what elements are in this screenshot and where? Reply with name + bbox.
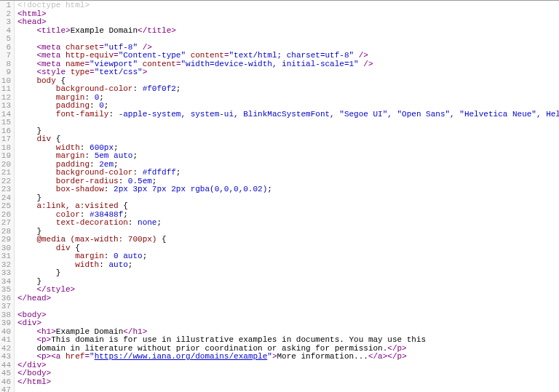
line-number: 41 [0,336,14,345]
code-line[interactable]: } [17,127,559,136]
code-line[interactable]: font-family: -apple-system, system-ui, B… [17,111,559,119]
code-editor-content[interactable]: <!doctype html><html><head> <title>Examp… [15,1,559,392]
line-number: 29 [0,236,14,244]
line-number: 31 [0,252,14,261]
code-line[interactable]: @media (max-width: 700px) { [17,236,559,244]
code-line[interactable]: } [17,278,559,287]
code-line[interactable]: <!doctype html> [17,1,559,10]
code-line[interactable]: </html> [17,378,559,387]
code-line[interactable]: <title>Example Domain</title> [17,27,559,36]
line-number: 43 [0,353,14,361]
code-line[interactable]: </div> [17,361,559,370]
code-line[interactable] [17,386,559,392]
code-line[interactable]: <style type="text/css"> [17,68,559,77]
code-line[interactable]: width: auto; [17,261,559,270]
line-number: 15 [0,119,14,127]
line-number: 19 [0,152,14,161]
code-line[interactable]: <body> [17,311,559,320]
line-number: 13 [0,102,14,111]
line-number-gutter: 1234567891011121314151617181920212223242… [0,1,15,392]
code-line[interactable]: </style> [17,286,559,295]
code-line[interactable]: </body> [17,369,559,378]
code-line[interactable]: <p><a href="https://www.iana.org/domains… [17,353,559,361]
code-line[interactable]: <html> [17,10,559,19]
line-number: 45 [0,369,14,378]
line-number: 25 [0,202,14,211]
line-number: 17 [0,135,14,144]
line-number: 3 [0,18,14,27]
line-number: 7 [0,52,14,60]
line-number: 1 [0,1,14,10]
line-number: 11 [0,85,14,94]
line-number: 47 [0,386,14,392]
line-number: 5 [0,35,14,44]
line-number: 21 [0,169,14,177]
line-number: 39 [0,319,14,328]
line-number: 23 [0,185,14,194]
line-number: 9 [0,68,14,77]
code-line[interactable] [17,119,559,127]
code-line[interactable]: </head> [17,295,559,303]
line-number: 27 [0,219,14,228]
code-line[interactable]: box-shadow: 2px 3px 7px 2px rgba(0,0,0,0… [17,185,559,194]
line-number: 33 [0,269,14,278]
code-line[interactable]: text-decoration: none; [17,219,559,228]
line-number: 35 [0,286,14,295]
code-line[interactable] [17,303,559,311]
code-line[interactable]: } [17,269,559,278]
line-number: 37 [0,303,14,311]
